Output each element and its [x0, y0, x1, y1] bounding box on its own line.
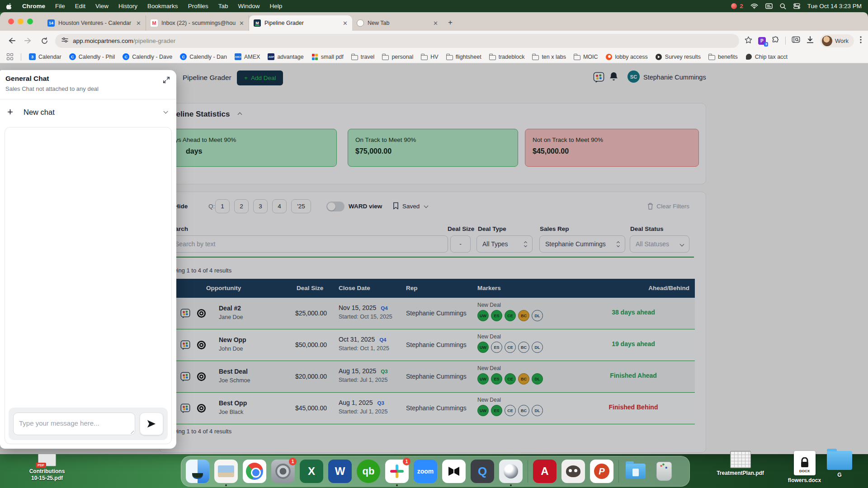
profile-label: Work [835, 38, 849, 44]
dock-powerpoint-icon[interactable]: P [590, 460, 613, 483]
tab-pipeline-grader[interactable]: M Pipeline Grader ✕ [249, 15, 352, 31]
extension-badge: 3 [764, 42, 768, 47]
dock-zoom-icon[interactable]: zoom [414, 460, 437, 483]
tab-close-icon[interactable]: ✕ [136, 20, 141, 27]
menu-item-file[interactable]: File [55, 3, 65, 9]
dock-documents-folder-icon[interactable] [624, 460, 647, 483]
bookmark-calendly-phil[interactable]: CCalendly - Phil [69, 53, 115, 60]
bookmark-moic[interactable]: MOIC [574, 53, 598, 60]
bookmark-benefits[interactable]: benefits [708, 53, 738, 60]
menu-item-tab[interactable]: Tab [218, 3, 228, 9]
menu-item-help[interactable]: Help [269, 3, 282, 9]
smallpdf-icon [311, 53, 318, 60]
forward-icon[interactable] [23, 37, 33, 44]
dock-system-settings-icon[interactable]: 1 [271, 460, 295, 483]
menu-item-bookmarks[interactable]: Bookmarks [147, 3, 178, 9]
dock-capcut-icon[interactable] [442, 460, 466, 483]
menu-item-profiles[interactable]: Profiles [188, 3, 208, 9]
tab-inbox[interactable]: M Inbox (22) - scummings@hou ✕ [146, 15, 249, 31]
bookmark-amex[interactable]: AMEXAMEX [235, 53, 260, 60]
address-bar[interactable]: app.moicpartners.com/pipeline-grader [55, 34, 739, 48]
folder-icon [489, 55, 496, 60]
chevron-down-icon[interactable] [164, 109, 168, 114]
desktop-folder-g[interactable]: G [824, 451, 855, 479]
notification-count: 2 [740, 3, 743, 9]
tab-close-icon[interactable]: ✕ [433, 20, 438, 27]
folder-icon [532, 55, 539, 60]
bookmark-survey-results[interactable]: Survey results [656, 53, 701, 60]
bookmark-star-icon[interactable] [745, 36, 752, 46]
search-tabs-icon[interactable] [792, 36, 800, 46]
folder-icon [382, 55, 389, 60]
url-text[interactable]: app.moicpartners.com/pipeline-grader [73, 38, 175, 44]
new-chat-button[interactable]: + New chat [0, 103, 176, 123]
menu-item-window[interactable]: Window [238, 3, 259, 9]
bookmark-small-pdf[interactable]: small pdf [311, 53, 344, 60]
dock-quickbooks-icon[interactable]: qb [357, 460, 380, 483]
desktop-file-contributions[interactable]: PDF Contributions10-15-25.pdf [26, 454, 68, 482]
tab-close-icon[interactable]: ✕ [343, 20, 348, 27]
bookmark-calendly-dan[interactable]: CCalendly - Dan [180, 53, 227, 60]
desktop-file-treatmentplan[interactable]: TreatmentPlan.pdf [714, 451, 766, 477]
input-source-icon[interactable] [765, 3, 773, 9]
bookmark-lobby-access[interactable]: lobby access [606, 53, 648, 60]
browser-menu-kebab-icon[interactable] [860, 36, 862, 45]
close-window-button[interactable] [8, 19, 14, 24]
apple-icon[interactable] [6, 3, 12, 9]
notification-ball-icon[interactable] [731, 3, 737, 9]
tab-new-tab[interactable]: New Tab ✕ [352, 15, 443, 31]
tab-close-icon[interactable]: ✕ [239, 20, 244, 27]
profile-button[interactable]: Work [820, 34, 854, 47]
minimize-window-button[interactable] [18, 19, 24, 24]
gmail-favicon: M [151, 19, 158, 27]
menu-item-view[interactable]: View [95, 3, 108, 9]
docx-file-icon: DOCX [794, 451, 816, 475]
gcal-icon: 3 [29, 53, 36, 60]
site-settings-icon[interactable] [61, 37, 68, 45]
menu-item-edit[interactable]: Edit [75, 3, 85, 9]
desktop-file-flowers[interactable]: DOCX flowers.docx [783, 451, 826, 484]
back-icon[interactable] [6, 37, 17, 44]
expand-chat-icon[interactable] [163, 76, 170, 85]
dock-chrome-icon[interactable] [243, 460, 266, 483]
dock-word-icon[interactable]: W [328, 460, 352, 483]
bookmark-hv[interactable]: HV [421, 53, 438, 60]
bookmark-travel[interactable]: travel [351, 53, 375, 60]
menu-bar-clock[interactable]: Tue Oct 14 3:23 PM [807, 3, 862, 9]
menu-app-name[interactable]: Chrome [22, 3, 45, 9]
dock-trash-icon[interactable] [652, 460, 676, 483]
downloads-icon[interactable] [806, 36, 814, 46]
dock-slack-icon[interactable]: 1 [385, 460, 409, 483]
dock-quicktime-icon[interactable]: Q [471, 460, 494, 483]
menu-item-history[interactable]: History [118, 3, 137, 9]
bookmark-flightsheet[interactable]: flightsheet [446, 53, 481, 60]
bookmark-calendly-dave[interactable]: CCalendly - Dave [123, 53, 172, 60]
bookmark-tradeblock[interactable]: tradeblock [489, 53, 525, 60]
browser-toolbar: app.moicpartners.com/pipeline-grader P3 [0, 31, 868, 51]
bookmark-advantage[interactable]: ADPadvantage [268, 53, 303, 60]
wifi-icon[interactable] [750, 3, 758, 9]
bookmark-calendar[interactable]: 3Calendar [29, 53, 61, 60]
bookmark-ten-x-labs[interactable]: ten x labs [532, 53, 566, 60]
screen: Chrome File Edit View History Bookmarks … [0, 0, 868, 488]
apps-grid-icon[interactable] [6, 53, 13, 60]
dock-gimp-icon[interactable] [561, 460, 585, 483]
bookmark-personal[interactable]: personal [382, 53, 413, 60]
dock-sphere-app-icon[interactable] [499, 460, 523, 483]
maximize-window-button[interactable] [27, 19, 33, 24]
dock-finder-icon[interactable] [186, 460, 209, 483]
new-tab-button[interactable]: + [448, 18, 453, 27]
spotlight-search-icon[interactable] [780, 3, 786, 9]
chat-message-input[interactable] [13, 413, 135, 435]
extensions-puzzle-icon[interactable] [772, 36, 779, 46]
dock-acrobat-icon[interactable]: A [533, 460, 557, 483]
bookmark-chip-tax-acct[interactable]: Chip tax acct [745, 53, 788, 60]
password-extension-icon[interactable]: P3 [758, 37, 766, 45]
reload-icon[interactable] [39, 37, 50, 45]
send-message-button[interactable] [140, 413, 163, 435]
dock-preview-icon[interactable] [214, 460, 238, 483]
control-center-icon[interactable] [793, 3, 800, 9]
dock-excel-icon[interactable]: X [300, 460, 323, 483]
tab-houston-ventures[interactable]: 14 Houston Ventures - Calendar ✕ [43, 15, 146, 31]
folder-icon [446, 55, 453, 60]
